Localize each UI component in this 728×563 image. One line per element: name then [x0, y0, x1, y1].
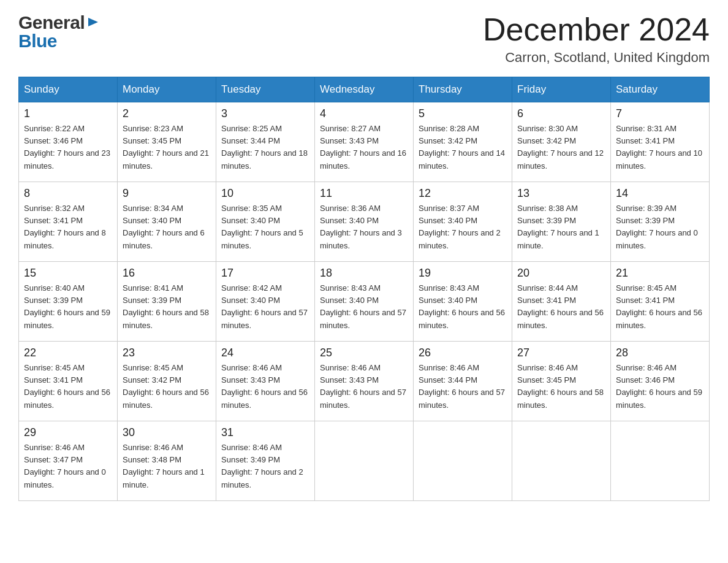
calendar-cell: 20 Sunrise: 8:44 AMSunset: 3:41 PMDaylig… — [512, 262, 611, 342]
day-number: 9 — [123, 187, 211, 200]
day-info: Sunrise: 8:45 AMSunset: 3:41 PMDaylight:… — [24, 363, 110, 409]
day-info: Sunrise: 8:43 AMSunset: 3:40 PMDaylight:… — [320, 283, 406, 329]
calendar-cell — [315, 421, 414, 501]
calendar-cell: 16 Sunrise: 8:41 AMSunset: 3:39 PMDaylig… — [118, 262, 216, 342]
calendar-cell: 9 Sunrise: 8:34 AMSunset: 3:40 PMDayligh… — [118, 182, 216, 262]
calendar-week-5: 29 Sunrise: 8:46 AMSunset: 3:47 PMDaylig… — [19, 421, 710, 501]
day-number: 14 — [616, 187, 704, 200]
calendar-title: December 2024 — [483, 12, 710, 47]
day-info: Sunrise: 8:45 AMSunset: 3:42 PMDaylight:… — [123, 363, 209, 409]
day-info: Sunrise: 8:44 AMSunset: 3:41 PMDaylight:… — [517, 283, 604, 329]
calendar-subtitle: Carron, Scotland, United Kingdom — [483, 50, 710, 66]
day-info: Sunrise: 8:45 AMSunset: 3:41 PMDaylight:… — [616, 283, 702, 329]
calendar-cell: 17 Sunrise: 8:42 AMSunset: 3:40 PMDaylig… — [216, 262, 315, 342]
calendar-cell: 23 Sunrise: 8:45 AMSunset: 3:42 PMDaylig… — [118, 342, 216, 421]
calendar-cell: 11 Sunrise: 8:36 AMSunset: 3:40 PMDaylig… — [315, 182, 414, 262]
calendar-cell: 28 Sunrise: 8:46 AMSunset: 3:46 PMDaylig… — [611, 342, 710, 421]
calendar-week-2: 8 Sunrise: 8:32 AMSunset: 3:41 PMDayligh… — [19, 182, 710, 262]
day-number: 5 — [419, 107, 507, 120]
day-info: Sunrise: 8:39 AMSunset: 3:39 PMDaylight:… — [616, 204, 698, 250]
calendar-cell — [414, 421, 512, 501]
svg-marker-0 — [88, 18, 98, 26]
day-number: 28 — [616, 347, 704, 359]
day-info: Sunrise: 8:37 AMSunset: 3:40 PMDaylight:… — [419, 204, 501, 250]
calendar-cell: 27 Sunrise: 8:46 AMSunset: 3:45 PMDaylig… — [512, 342, 611, 421]
day-info: Sunrise: 8:36 AMSunset: 3:40 PMDaylight:… — [320, 204, 402, 250]
day-number: 19 — [419, 267, 507, 280]
day-info: Sunrise: 8:46 AMSunset: 3:44 PMDaylight:… — [419, 363, 505, 409]
day-number: 16 — [123, 267, 211, 280]
day-info: Sunrise: 8:34 AMSunset: 3:40 PMDaylight:… — [123, 204, 205, 250]
day-number: 27 — [517, 347, 605, 359]
day-info: Sunrise: 8:46 AMSunset: 3:49 PMDaylight:… — [221, 443, 303, 489]
day-number: 8 — [24, 187, 112, 200]
calendar-cell: 29 Sunrise: 8:46 AMSunset: 3:47 PMDaylig… — [19, 421, 118, 501]
day-info: Sunrise: 8:46 AMSunset: 3:45 PMDaylight:… — [517, 363, 604, 409]
day-number: 15 — [24, 267, 112, 280]
day-number: 6 — [517, 107, 605, 120]
calendar-cell: 6 Sunrise: 8:30 AMSunset: 3:42 PMDayligh… — [512, 102, 611, 182]
day-info: Sunrise: 8:46 AMSunset: 3:43 PMDaylight:… — [221, 363, 308, 409]
calendar-cell: 30 Sunrise: 8:46 AMSunset: 3:48 PMDaylig… — [118, 421, 216, 501]
day-info: Sunrise: 8:40 AMSunset: 3:39 PMDaylight:… — [24, 283, 110, 329]
calendar-header-row: SundayMondayTuesdayWednesdayThursdayFrid… — [19, 77, 710, 102]
header-friday: Friday — [512, 77, 611, 102]
header-saturday: Saturday — [611, 77, 710, 102]
day-info: Sunrise: 8:46 AMSunset: 3:46 PMDaylight:… — [616, 363, 702, 409]
calendar-cell: 4 Sunrise: 8:27 AMSunset: 3:43 PMDayligh… — [315, 102, 414, 182]
calendar-cell: 31 Sunrise: 8:46 AMSunset: 3:49 PMDaylig… — [216, 421, 315, 501]
logo-arrow-icon — [86, 15, 99, 29]
day-number: 10 — [221, 187, 309, 200]
day-number: 22 — [24, 347, 112, 359]
calendar-cell: 10 Sunrise: 8:35 AMSunset: 3:40 PMDaylig… — [216, 182, 315, 262]
day-info: Sunrise: 8:28 AMSunset: 3:42 PMDaylight:… — [419, 124, 505, 170]
day-number: 11 — [320, 187, 408, 200]
calendar-cell: 15 Sunrise: 8:40 AMSunset: 3:39 PMDaylig… — [19, 262, 118, 342]
day-number: 23 — [123, 347, 211, 359]
logo-blue-text: Blue — [18, 31, 57, 52]
header-wednesday: Wednesday — [315, 77, 414, 102]
day-info: Sunrise: 8:46 AMSunset: 3:47 PMDaylight:… — [24, 443, 106, 489]
calendar-cell: 1 Sunrise: 8:22 AMSunset: 3:46 PMDayligh… — [19, 102, 118, 182]
day-number: 25 — [320, 347, 408, 359]
day-info: Sunrise: 8:31 AMSunset: 3:41 PMDaylight:… — [616, 124, 702, 170]
calendar-week-1: 1 Sunrise: 8:22 AMSunset: 3:46 PMDayligh… — [19, 102, 710, 182]
day-number: 24 — [221, 347, 309, 359]
calendar-cell: 22 Sunrise: 8:45 AMSunset: 3:41 PMDaylig… — [19, 342, 118, 421]
calendar-cell: 2 Sunrise: 8:23 AMSunset: 3:45 PMDayligh… — [118, 102, 216, 182]
calendar-cell: 8 Sunrise: 8:32 AMSunset: 3:41 PMDayligh… — [19, 182, 118, 262]
calendar-cell: 14 Sunrise: 8:39 AMSunset: 3:39 PMDaylig… — [611, 182, 710, 262]
calendar-cell: 26 Sunrise: 8:46 AMSunset: 3:44 PMDaylig… — [414, 342, 512, 421]
calendar-cell: 12 Sunrise: 8:37 AMSunset: 3:40 PMDaylig… — [414, 182, 512, 262]
day-number: 18 — [320, 267, 408, 280]
day-info: Sunrise: 8:32 AMSunset: 3:41 PMDaylight:… — [24, 204, 106, 250]
day-info: Sunrise: 8:22 AMSunset: 3:46 PMDaylight:… — [24, 124, 110, 170]
day-number: 3 — [221, 107, 309, 120]
header-monday: Monday — [118, 77, 216, 102]
day-info: Sunrise: 8:41 AMSunset: 3:39 PMDaylight:… — [123, 283, 209, 329]
header-tuesday: Tuesday — [216, 77, 315, 102]
page-header: General Blue December 2024 Carron, Scotl… — [18, 12, 710, 66]
day-number: 29 — [24, 426, 112, 439]
day-number: 17 — [221, 267, 309, 280]
calendar-table: SundayMondayTuesdayWednesdayThursdayFrid… — [18, 77, 710, 501]
day-number: 21 — [616, 267, 704, 280]
calendar-cell: 25 Sunrise: 8:46 AMSunset: 3:43 PMDaylig… — [315, 342, 414, 421]
day-number: 30 — [123, 426, 211, 439]
day-info: Sunrise: 8:46 AMSunset: 3:43 PMDaylight:… — [320, 363, 406, 409]
day-number: 2 — [123, 107, 211, 120]
day-info: Sunrise: 8:35 AMSunset: 3:40 PMDaylight:… — [221, 204, 303, 250]
calendar-week-4: 22 Sunrise: 8:45 AMSunset: 3:41 PMDaylig… — [19, 342, 710, 421]
calendar-cell — [611, 421, 710, 501]
calendar-week-3: 15 Sunrise: 8:40 AMSunset: 3:39 PMDaylig… — [19, 262, 710, 342]
day-number: 13 — [517, 187, 605, 200]
calendar-cell: 5 Sunrise: 8:28 AMSunset: 3:42 PMDayligh… — [414, 102, 512, 182]
calendar-title-block: December 2024 Carron, Scotland, United K… — [483, 12, 710, 66]
header-sunday: Sunday — [19, 77, 118, 102]
day-info: Sunrise: 8:42 AMSunset: 3:40 PMDaylight:… — [221, 283, 308, 329]
calendar-cell: 21 Sunrise: 8:45 AMSunset: 3:41 PMDaylig… — [611, 262, 710, 342]
day-number: 7 — [616, 107, 704, 120]
logo-general-text: General — [18, 12, 85, 33]
day-info: Sunrise: 8:23 AMSunset: 3:45 PMDaylight:… — [123, 124, 209, 170]
logo: General Blue — [18, 12, 99, 52]
